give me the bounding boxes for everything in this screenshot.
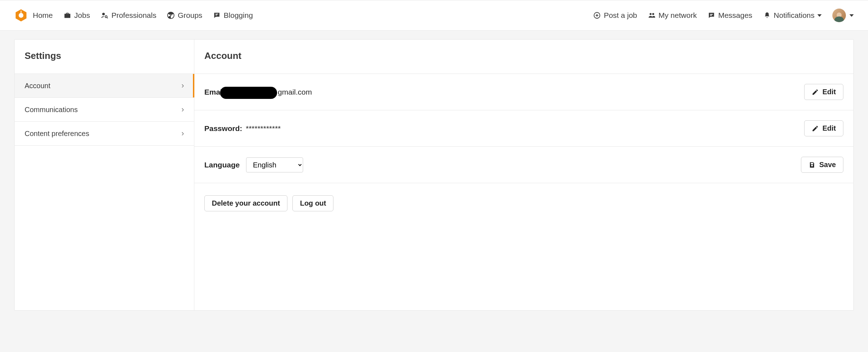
- caret-down-icon: [817, 14, 822, 17]
- edit-button-label: Edit: [822, 88, 836, 96]
- radiation-icon: [167, 11, 175, 19]
- email-value-suffix: gmail.com: [278, 88, 312, 96]
- save-icon: [808, 161, 816, 169]
- logout-label: Log out: [300, 199, 326, 207]
- delete-account-button[interactable]: Delete your account: [204, 195, 287, 211]
- svg-point-4: [105, 16, 107, 17]
- page-title: Account: [194, 40, 853, 74]
- delete-account-label: Delete your account: [212, 199, 280, 207]
- pencil-icon: [812, 125, 819, 132]
- chevron-right-icon: ›: [182, 81, 184, 90]
- password-row: Password: ************ Edit: [194, 110, 853, 147]
- account-actions-row: Delete your account Log out: [194, 183, 853, 211]
- sidebar-item-content-preferences[interactable]: Content preferences ›: [15, 122, 194, 146]
- speech-write-icon: [213, 11, 221, 19]
- sidebar-item-label: Communications: [25, 106, 78, 114]
- svg-point-9: [649, 13, 652, 15]
- nav-blogging-label: Blogging: [224, 11, 253, 20]
- svg-point-10: [652, 13, 654, 15]
- edit-button-label: Edit: [822, 124, 836, 132]
- person-search-icon: [101, 11, 108, 19]
- nav-my-network-label: My network: [659, 11, 697, 20]
- svg-point-3: [102, 13, 105, 15]
- sidebar-title: Settings: [15, 40, 194, 74]
- language-row: Language English Save: [194, 147, 853, 183]
- sidebar-item-communications[interactable]: Communications ›: [15, 98, 194, 122]
- svg-line-5: [107, 17, 108, 18]
- sidebar-item-account[interactable]: Account ›: [15, 74, 194, 98]
- nav-messages[interactable]: Messages: [708, 11, 752, 20]
- language-label: Language: [204, 161, 240, 169]
- password-value: ************: [246, 124, 281, 133]
- edit-password-button[interactable]: Edit: [804, 120, 843, 136]
- nav-professionals-label: Professionals: [111, 11, 156, 20]
- briefcase-icon: [63, 11, 71, 19]
- settings-container: Settings Account › Communications › Cont…: [14, 39, 854, 311]
- svg-point-7: [170, 15, 172, 16]
- bell-icon: [763, 11, 771, 19]
- logout-button[interactable]: Log out: [292, 195, 333, 211]
- user-menu[interactable]: [832, 9, 854, 22]
- svg-point-1: [19, 13, 23, 17]
- nav-post-a-job-label: Post a job: [604, 11, 637, 20]
- people-icon: [648, 11, 656, 19]
- settings-sidebar: Settings Account › Communications › Cont…: [15, 40, 194, 310]
- nav-post-a-job[interactable]: Post a job: [593, 11, 637, 20]
- save-language-button[interactable]: Save: [801, 157, 843, 173]
- email-row: Email gmail.com Edit: [194, 74, 853, 110]
- caret-down-icon: [849, 14, 854, 17]
- chevron-right-icon: ›: [182, 129, 184, 138]
- edit-email-button[interactable]: Edit: [804, 84, 843, 100]
- brand-logo-icon[interactable]: [14, 9, 28, 22]
- plus-circle-icon: [593, 11, 601, 19]
- nav-professionals[interactable]: Professionals: [101, 11, 156, 20]
- nav-home-label: Home: [33, 11, 53, 20]
- nav-groups-label: Groups: [178, 11, 202, 20]
- nav-notifications[interactable]: Notifications: [763, 11, 822, 20]
- language-select[interactable]: English: [246, 157, 303, 172]
- svg-rect-2: [21, 11, 21, 13]
- top-nav: Home Jobs Professionals Groups Blogging …: [0, 0, 868, 31]
- nav-blogging[interactable]: Blogging: [213, 11, 253, 20]
- nav-home[interactable]: Home: [33, 11, 53, 20]
- sidebar-item-label: Account: [25, 82, 50, 90]
- pencil-icon: [812, 89, 819, 96]
- nav-messages-label: Messages: [718, 11, 752, 20]
- chevron-right-icon: ›: [182, 105, 184, 114]
- nav-jobs[interactable]: Jobs: [63, 11, 90, 20]
- message-icon: [708, 11, 715, 19]
- main-panel: Account Email gmail.com Edit Password: *…: [194, 40, 853, 310]
- nav-my-network[interactable]: My network: [648, 11, 697, 20]
- avatar-icon: [832, 9, 846, 22]
- sidebar-item-label: Content preferences: [25, 130, 89, 138]
- nav-jobs-label: Jobs: [74, 11, 90, 20]
- nav-notifications-label: Notifications: [774, 11, 815, 20]
- nav-groups[interactable]: Groups: [167, 11, 202, 20]
- password-label: Password:: [204, 124, 242, 133]
- redacted-email-icon: [220, 87, 277, 99]
- save-button-label: Save: [819, 161, 836, 169]
